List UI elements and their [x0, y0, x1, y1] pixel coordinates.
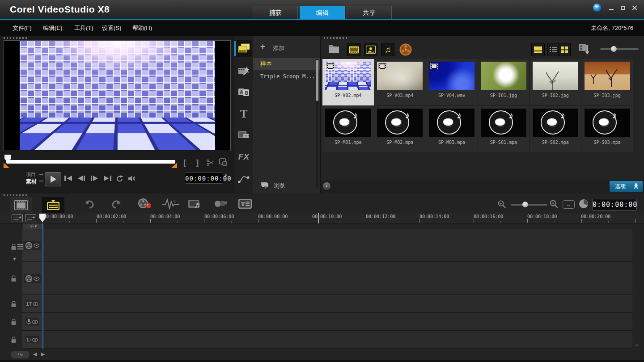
timeline-timecode[interactable]: 0:00:00:00: [592, 199, 637, 210]
import-folder-icon[interactable]: [328, 43, 340, 54]
media-item[interactable]: SP-I02.jpg: [530, 59, 581, 105]
media-item[interactable]: ♪ SP-S02.mpa: [530, 106, 581, 152]
redo-button[interactable]: [111, 199, 122, 209]
repeat-button[interactable]: [116, 175, 123, 182]
media-item[interactable]: SP-V02.mp4: [322, 59, 374, 105]
transitions-button[interactable]: [235, 62, 252, 79]
media-item[interactable]: SP-V04.wmv: [426, 59, 478, 105]
mark-in-button[interactable]: [: [183, 158, 186, 168]
panel-drag-handle[interactable]: [4, 37, 28, 39]
track-row-title[interactable]: 1T: [22, 295, 632, 313]
preview-video-frame[interactable]: [4, 40, 231, 151]
enlarge-preview-icon[interactable]: [219, 158, 227, 166]
title-lock-icon[interactable]: [11, 301, 17, 307]
go-to-end-button[interactable]: [103, 175, 112, 181]
ripple-edit-lock-icon[interactable]: [11, 244, 17, 250]
timeline-ruler[interactable]: 00:00:00:00 00:00:02:00 00:00:04:00 00:0…: [0, 213, 644, 223]
overlay-lock-icon[interactable]: [11, 275, 17, 282]
media-item[interactable]: ♪ SP-M01.mpa: [322, 106, 374, 152]
sort-az-icon[interactable]: AZ: [578, 43, 590, 55]
tab-edit[interactable]: 编辑: [300, 6, 345, 19]
browse-button[interactable]: 浏览: [253, 178, 320, 192]
previous-frame-button[interactable]: [77, 175, 86, 181]
music-lock-icon[interactable]: [11, 337, 17, 343]
sound-mixer-button[interactable]: ♪: [162, 198, 180, 210]
preview-timecode[interactable]: 00:00:00:00: [185, 173, 223, 184]
zoom-out-icon[interactable]: [497, 200, 506, 209]
subtitle-editor-button[interactable]: T: [238, 198, 252, 209]
insert-media-icon[interactable]: [12, 214, 23, 222]
music-track-header[interactable]: 1♪: [22, 331, 42, 348]
volume-button[interactable]: [128, 175, 136, 182]
scroll-left-button[interactable]: ‹: [323, 182, 330, 190]
track-row-music[interactable]: 1♪: [22, 331, 632, 349]
nav-item-triple-scoop[interactable]: Triple Scoop M...: [253, 71, 320, 82]
next-frame-button[interactable]: [90, 175, 99, 181]
ab-transition-button[interactable]: AB: [235, 84, 252, 101]
insert-track-icon[interactable]: [25, 214, 36, 222]
grid-view-button[interactable]: [559, 43, 571, 56]
timeline-view-button[interactable]: [42, 197, 64, 213]
scroll-down-chevron[interactable]: ⌄: [634, 340, 640, 347]
zoom-in-icon[interactable]: [549, 199, 559, 209]
corel-globe-icon[interactable]: [593, 4, 601, 12]
menu-edit[interactable]: 编辑(E): [43, 24, 62, 32]
add-remove-track-button[interactable]: +/- ▾: [23, 223, 42, 229]
menu-file[interactable]: 文件(F): [13, 24, 32, 32]
tab-share[interactable]: 共享: [347, 6, 392, 19]
undo-button[interactable]: [84, 199, 95, 209]
overlay-track-header[interactable]: [22, 262, 42, 295]
timeline-zoom-slider[interactable]: [511, 204, 547, 206]
swap-track-button[interactable]: +∿: [11, 351, 30, 358]
titles-button[interactable]: T: [235, 105, 252, 122]
filters-button[interactable]: FX: [235, 148, 252, 165]
media-item[interactable]: SP-I03.jpg: [581, 59, 633, 105]
media-item[interactable]: ♪ SP-M02.mpa: [374, 106, 426, 152]
track-row-video[interactable]: [22, 229, 632, 262]
timecode-spinner[interactable]: ▲▼: [224, 173, 228, 181]
menu-tools[interactable]: 工具(T): [74, 24, 93, 32]
menu-help[interactable]: 帮助(H): [132, 24, 152, 32]
media-item[interactable]: ♪ SP-M03.mpa: [426, 106, 478, 152]
track-list-icon[interactable]: [17, 244, 23, 250]
video-track-header[interactable]: [22, 229, 42, 261]
list-view-button[interactable]: [547, 43, 559, 56]
track-row-overlay[interactable]: [22, 262, 632, 295]
graphics-button[interactable]: [235, 126, 252, 143]
clip-mode-label[interactable]: 素材: [26, 178, 37, 185]
media-item[interactable]: SP-V03.mp4: [374, 59, 426, 105]
maximize-button[interactable]: [619, 4, 627, 12]
timeline-zoom-knob[interactable]: [522, 202, 528, 207]
motion-path-button[interactable]: [235, 170, 252, 187]
scroll-timeline-right[interactable]: ▶: [41, 351, 45, 357]
fit-project-button[interactable]: ↔: [563, 200, 575, 209]
filter-videos-button[interactable]: [347, 43, 360, 56]
media-item[interactable]: ♪ SP-S01.mpa: [478, 106, 530, 152]
track-row-voice[interactable]: [22, 313, 632, 331]
add-folder-row[interactable]: + 添加: [253, 39, 320, 57]
split-clip-icon[interactable]: [206, 159, 215, 166]
media-library-button[interactable]: [235, 40, 252, 57]
thumbnail-size-knob[interactable]: [611, 46, 617, 52]
nav-item-samples[interactable]: 样本: [253, 58, 320, 70]
filter-photos-button[interactable]: [364, 43, 377, 56]
thumbnail-view-button[interactable]: [531, 43, 545, 56]
panel-drag-handle[interactable]: [4, 194, 28, 196]
storyboard-view-button[interactable]: [10, 197, 32, 213]
play-button[interactable]: [45, 172, 61, 186]
filter-audio-button[interactable]: ♫: [381, 43, 394, 56]
nav-scrollbar-thumb[interactable]: [316, 60, 318, 101]
duration-clock-icon[interactable]: [579, 199, 589, 209]
mark-out-button[interactable]: ]: [196, 158, 199, 168]
voice-track-header[interactable]: [22, 313, 42, 330]
expand-track-chevron[interactable]: ▼: [12, 256, 17, 261]
track-motion-button[interactable]: [214, 200, 227, 207]
menu-settings[interactable]: 设置(S): [102, 24, 121, 32]
scroll-timeline-left[interactable]: ◀: [33, 351, 37, 357]
project-mode-label[interactable]: 项目: [26, 171, 36, 178]
record-capture-button[interactable]: [137, 198, 152, 210]
thumbnail-size-slider[interactable]: [600, 48, 639, 50]
voice-lock-icon[interactable]: [11, 319, 17, 325]
title-track-header[interactable]: 1T: [22, 295, 42, 312]
close-button[interactable]: [631, 4, 639, 12]
